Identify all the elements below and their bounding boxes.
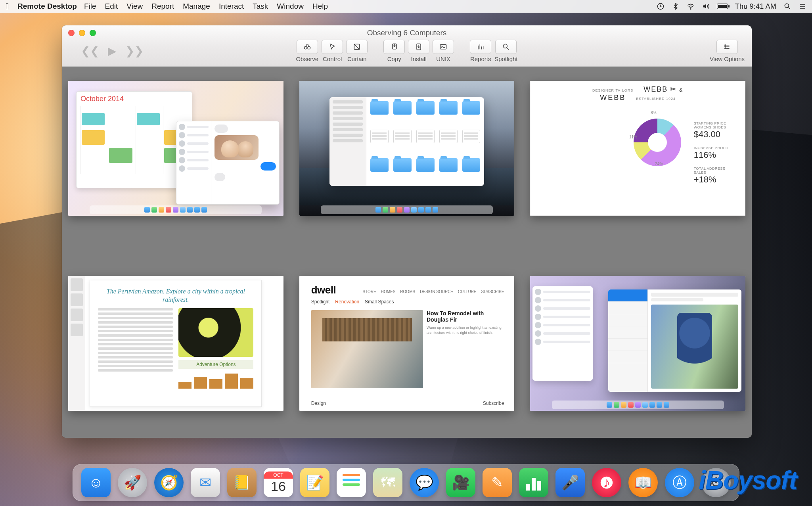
reports-label: Reports <box>470 56 491 62</box>
terminal-icon <box>439 43 447 51</box>
messages-sidebar <box>532 286 593 381</box>
time-machine-icon[interactable] <box>657 2 665 10</box>
calendar-title: October 2014 <box>80 95 188 103</box>
dwell-topnav: STOREHOMESROOMSDESIGN SOURCECULTURESUBSC… <box>362 289 504 294</box>
computer-thumb-2[interactable] <box>299 81 515 216</box>
menu-task[interactable]: Task <box>253 2 268 11</box>
donut-chart <box>634 119 681 166</box>
notification-center-icon[interactable] <box>799 2 806 10</box>
dock-app-calendar[interactable]: OCT16 <box>264 468 293 497</box>
dwell-logo: dwell <box>311 284 336 296</box>
watermark: iBoysoft <box>699 466 797 495</box>
menu-edit[interactable]: Edit <box>105 2 118 11</box>
dwell-hero-image <box>311 310 423 388</box>
apple-menu-icon[interactable]:  <box>6 1 9 12</box>
reports-button[interactable] <box>470 40 491 54</box>
view-options: View Options <box>710 40 745 62</box>
dock-app-messages[interactable]: 💬 <box>410 468 439 497</box>
copy-button[interactable] <box>383 40 405 54</box>
view-options-label: View Options <box>710 56 745 62</box>
macos-menubar:  Remote Desktop File Edit View Report M… <box>0 0 812 13</box>
svg-point-1 <box>690 9 691 10</box>
window-titlebar[interactable]: Observing 6 Computers ❮❮ ▶ ❯❯ Observe Co… <box>62 25 752 67</box>
unix-button[interactable] <box>433 40 454 54</box>
menu-window[interactable]: Window <box>277 2 304 11</box>
dock-app-appstore[interactable]: Ⓐ <box>665 468 694 497</box>
volume-icon[interactable] <box>702 2 710 10</box>
computer-thumb-1[interactable]: October 2014 <box>68 81 283 216</box>
computer-thumb-6[interactable] <box>530 276 745 411</box>
spotlight-icon[interactable] <box>783 2 791 10</box>
dock-app-maps[interactable]: 🗺 <box>373 468 402 497</box>
window-title: Observing 6 Computers <box>62 29 752 37</box>
install-icon <box>415 43 423 51</box>
spotlight-label: Spotlight <box>494 56 517 62</box>
search-icon <box>502 43 510 51</box>
toolbar: Observe Control Curtain <box>62 40 752 62</box>
cursor-icon <box>328 43 336 51</box>
mail-window <box>608 289 741 392</box>
dock-app-ibooks[interactable]: 📖 <box>628 468 658 497</box>
spotlight-button[interactable] <box>495 40 517 54</box>
unix-label: UNIX <box>436 56 450 62</box>
reports-icon <box>477 43 485 51</box>
scissors-icon: ✂ <box>670 85 677 94</box>
messages-window <box>176 121 279 205</box>
control-label: Control <box>323 56 342 62</box>
list-icon <box>723 43 731 51</box>
dock-app-reminders[interactable] <box>337 468 366 497</box>
computer-thumb-5[interactable]: dwell STOREHOMESROOMSDESIGN SOURCECULTUR… <box>299 276 515 411</box>
wifi-icon[interactable] <box>687 2 695 10</box>
dock-app-finder[interactable]: ☺ <box>81 468 111 497</box>
dock-app-notes[interactable]: 📝 <box>300 468 329 497</box>
dock-app-mail[interactable]: ✉ <box>191 468 220 497</box>
svg-point-11 <box>725 46 726 47</box>
dock-app-safari[interactable]: 🧭 <box>154 468 184 497</box>
install-button[interactable] <box>408 40 429 54</box>
dock-app-itunes[interactable]: ♪ <box>592 468 621 497</box>
observe-button[interactable] <box>297 40 318 54</box>
menu-report[interactable]: Report <box>151 2 174 11</box>
dock-app-facetime[interactable]: 🎥 <box>446 468 475 497</box>
dock-app-keynote[interactable]: 🎤 <box>555 468 585 497</box>
menubar-app-title[interactable]: Remote Desktop <box>17 2 77 11</box>
menu-file[interactable]: File <box>84 2 96 11</box>
dock-app-launchpad[interactable]: 🚀 <box>118 468 147 497</box>
view-options-button[interactable] <box>716 40 738 54</box>
bluetooth-icon[interactable] <box>672 2 680 10</box>
menu-manage[interactable]: Manage <box>183 2 210 11</box>
adventure-options: Adventure Options <box>178 360 253 369</box>
kpi-stats: STARTING PRICE WOMENS SHOES$43.00 INCREA… <box>694 121 737 185</box>
photo-attachment <box>214 135 259 160</box>
control-button[interactable] <box>322 40 343 54</box>
menu-view[interactable]: View <box>126 2 143 11</box>
doc-title: The Peruvian Amazon. Explore a city with… <box>98 288 253 304</box>
copy-label: Copy <box>387 56 401 62</box>
computer-thumb-3[interactable]: DESIGNER TAILORS WEBB✂& WEBB ESTABLISHED… <box>530 81 745 216</box>
svg-point-3 <box>304 46 307 49</box>
observe-label: Observe <box>296 56 318 62</box>
svg-point-9 <box>504 44 508 48</box>
battery-icon[interactable] <box>717 4 728 9</box>
bar-chart <box>537 124 627 208</box>
svg-point-2 <box>785 4 789 8</box>
menu-help[interactable]: Help <box>312 2 328 11</box>
svg-point-4 <box>308 46 310 49</box>
dock-app-contacts[interactable]: 📒 <box>227 468 257 497</box>
curtain-icon <box>353 43 361 51</box>
frog-photo <box>178 308 253 357</box>
dock-app-pages[interactable]: ✎ <box>483 468 512 497</box>
computer-thumb-4[interactable]: The Peruvian Amazon. Explore a city with… <box>68 276 283 411</box>
svg-rect-8 <box>440 44 446 49</box>
dock-app-numbers[interactable] <box>519 468 548 497</box>
menubar-menus: File Edit View Report Manage Interact Ta… <box>84 2 328 11</box>
menu-interact[interactable]: Interact <box>219 2 244 11</box>
binoculars-icon <box>303 43 311 51</box>
menubar-clock[interactable]: Thu 9:41 AM <box>735 2 776 11</box>
finder-window <box>329 97 485 186</box>
curtain-label: Curtain <box>347 56 366 62</box>
observe-grid: October 2014 <box>62 67 752 438</box>
remote-desktop-window: Observing 6 Computers ❮❮ ▶ ❯❯ Observe Co… <box>62 25 752 438</box>
dock: ☺🚀🧭✉📒OCT16📝🗺💬🎥✎🎤♪📖Ⓐ⚙ <box>73 464 739 501</box>
curtain-button[interactable] <box>346 40 368 54</box>
